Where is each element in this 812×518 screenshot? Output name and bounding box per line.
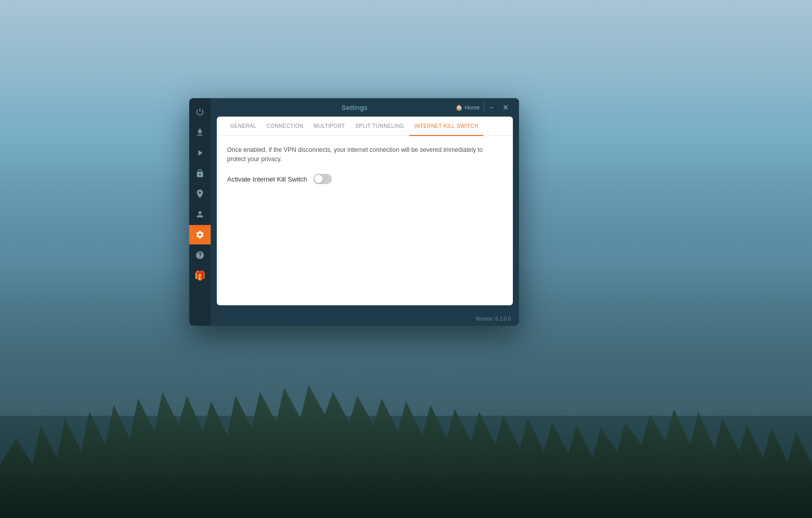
ip-icon <box>195 189 205 199</box>
tab-internet-kill-switch[interactable]: INTERNET KILL SWITCH <box>409 117 483 136</box>
window-title: Settings <box>258 104 452 111</box>
tab-connection[interactable]: CONNECTION <box>261 117 308 136</box>
play-icon <box>195 148 205 157</box>
kill-switch-toggle-label: Activate Internet Kill Switch <box>227 175 307 183</box>
tab-general[interactable]: GENERAL <box>225 117 261 136</box>
lock-icon <box>195 169 205 178</box>
power-icon <box>195 107 205 117</box>
titlebar: Settings 🏠 Home − ✕ <box>211 98 519 117</box>
content-panel: GENERAL CONNECTION MULTIPORT SPLIT TUNNE… <box>217 117 513 305</box>
sidebar-item-account[interactable] <box>189 205 211 224</box>
sidebar-item-settings[interactable] <box>189 225 211 244</box>
sidebar-item-ip[interactable] <box>189 184 211 204</box>
sidebar-item-power[interactable] <box>189 102 211 122</box>
version-text: Version: 6.1.0.0 <box>476 316 511 322</box>
tab-multiport[interactable]: MULTIPORT <box>309 117 350 136</box>
settings-icon <box>195 230 205 239</box>
gift-emoji: 🎁 <box>194 270 206 281</box>
sidebar-item-download[interactable] <box>189 123 211 142</box>
titlebar-controls: 🏠 Home − ✕ <box>452 100 513 115</box>
tabs-bar: GENERAL CONNECTION MULTIPORT SPLIT TUNNE… <box>217 117 513 136</box>
app-window: 🎁 Settings 🏠 Home − ✕ GENERAL CONNECTION <box>189 98 519 326</box>
tab-split-tunneling[interactable]: SPLIT TUNNELING <box>350 117 410 136</box>
close-button[interactable]: ✕ <box>499 100 513 115</box>
sidebar-item-help[interactable] <box>189 245 211 265</box>
tab-content-kill-switch: Once enabled, if the VPN disconnects, yo… <box>217 136 513 305</box>
download-icon <box>195 128 205 137</box>
kill-switch-toggle[interactable] <box>313 174 332 184</box>
home-button[interactable]: 🏠 Home <box>452 102 484 113</box>
sidebar-item-lock[interactable] <box>189 164 211 183</box>
sidebar-item-connect[interactable] <box>189 143 211 163</box>
home-label: Home <box>465 104 480 110</box>
kill-switch-description: Once enabled, if the VPN disconnects, yo… <box>227 145 503 164</box>
help-icon <box>195 251 205 260</box>
home-icon: 🏠 <box>456 104 463 111</box>
sidebar: 🎁 <box>189 98 211 326</box>
kill-switch-toggle-row: Activate Internet Kill Switch <box>227 174 503 184</box>
sidebar-item-gift[interactable]: 🎁 <box>189 266 211 285</box>
toggle-knob <box>314 175 323 183</box>
main-content: Settings 🏠 Home − ✕ GENERAL CONNECTION M… <box>211 98 519 326</box>
account-icon <box>195 210 205 219</box>
minimize-button[interactable]: − <box>484 100 499 115</box>
version-bar: Version: 6.1.0.0 <box>211 311 519 326</box>
